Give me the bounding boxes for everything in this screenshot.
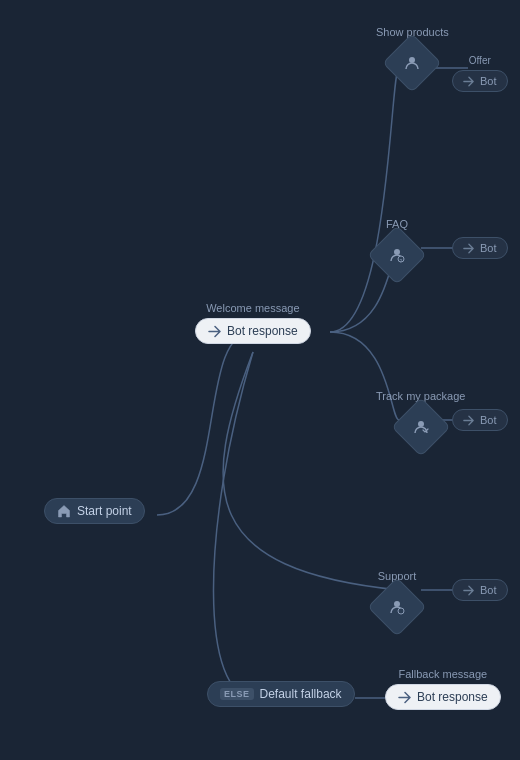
start-point-label: Start point bbox=[77, 504, 132, 518]
bot-show-products-badge[interactable]: Bot bbox=[452, 70, 508, 92]
bot-show-products-label: Offer bbox=[469, 55, 491, 66]
welcome-badge-text: Bot response bbox=[227, 324, 298, 338]
bot-support-text: Bot bbox=[480, 584, 497, 596]
bot-track-text: Bot bbox=[480, 414, 497, 426]
svg-point-0 bbox=[409, 57, 415, 63]
svg-point-4 bbox=[418, 421, 424, 427]
home-icon bbox=[57, 504, 71, 518]
start-point-node[interactable]: Start point bbox=[44, 498, 145, 524]
send-icon-2 bbox=[463, 76, 474, 87]
svg-text:?: ? bbox=[400, 258, 403, 264]
svg-point-5 bbox=[394, 601, 400, 607]
bot-faq-node[interactable]: Bot bbox=[452, 237, 508, 259]
fallback-label: Default fallback bbox=[260, 687, 342, 701]
send-icon-3 bbox=[463, 243, 474, 254]
bot-support-badge[interactable]: Bot bbox=[452, 579, 508, 601]
bot-fallback-text: Bot response bbox=[417, 690, 488, 704]
welcome-node[interactable]: Welcome message Bot response bbox=[195, 302, 311, 344]
fallback-node[interactable]: ELSE Default fallback bbox=[207, 681, 355, 707]
user-icon bbox=[403, 54, 421, 72]
bot-track-badge[interactable]: Bot bbox=[452, 409, 508, 431]
bot-faq-text: Bot bbox=[480, 242, 497, 254]
show-products-node[interactable]: Show products bbox=[376, 26, 449, 84]
send-icon bbox=[208, 325, 221, 338]
send-icon-6 bbox=[398, 691, 411, 704]
faq-icon: ? bbox=[388, 246, 406, 264]
bot-faq-badge[interactable]: Bot bbox=[452, 237, 508, 259]
bot-show-products-text: Bot bbox=[480, 75, 497, 87]
svg-point-1 bbox=[394, 249, 400, 255]
faq-diamond[interactable]: ? bbox=[367, 225, 426, 284]
else-badge: ELSE bbox=[220, 688, 254, 700]
flow-canvas: Start point Welcome message Bot response… bbox=[0, 0, 520, 760]
track-icon bbox=[412, 418, 430, 436]
send-icon-4 bbox=[463, 415, 474, 426]
connections-svg bbox=[0, 0, 520, 760]
fallback-badge[interactable]: ELSE Default fallback bbox=[207, 681, 355, 707]
support-icon bbox=[388, 598, 406, 616]
bot-support-node[interactable]: Bot bbox=[452, 579, 508, 601]
track-package-diamond[interactable] bbox=[391, 397, 450, 456]
start-point-badge[interactable]: Start point bbox=[44, 498, 145, 524]
bot-show-products-node[interactable]: Offer Bot bbox=[452, 55, 508, 92]
bot-fallback-node[interactable]: Fallback message Bot response bbox=[385, 668, 501, 710]
send-icon-5 bbox=[463, 585, 474, 596]
welcome-label: Welcome message bbox=[206, 302, 299, 314]
svg-point-6 bbox=[398, 608, 404, 614]
support-diamond[interactable] bbox=[367, 577, 426, 636]
support-node[interactable]: Support bbox=[376, 570, 418, 628]
bot-track-node[interactable]: Bot bbox=[452, 409, 508, 431]
welcome-badge[interactable]: Bot response bbox=[195, 318, 311, 344]
show-products-diamond[interactable] bbox=[383, 33, 442, 92]
bot-fallback-badge[interactable]: Bot response bbox=[385, 684, 501, 710]
fallback-message-label: Fallback message bbox=[399, 668, 488, 680]
faq-node[interactable]: FAQ ? bbox=[376, 218, 418, 276]
